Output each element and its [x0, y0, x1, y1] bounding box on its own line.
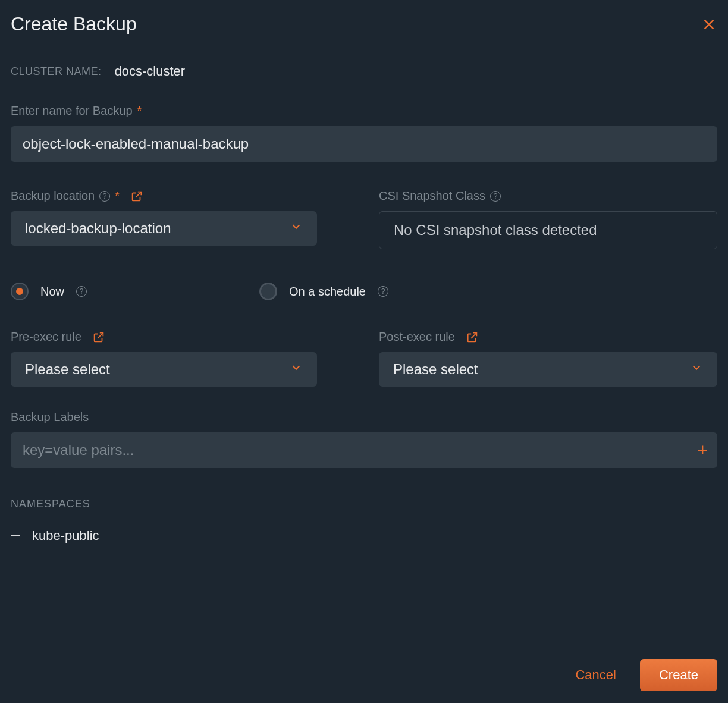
chevron-down-icon: [690, 361, 703, 378]
external-link-icon[interactable]: [466, 331, 479, 344]
backup-labels-label: Backup Labels: [11, 410, 717, 424]
pre-exec-select[interactable]: Please select: [11, 352, 317, 387]
help-icon[interactable]: ?: [76, 286, 87, 297]
radio-now[interactable]: Now ?: [11, 283, 87, 300]
namespace-item[interactable]: kube-public: [11, 528, 717, 544]
radio-button-selected: [11, 283, 29, 300]
post-exec-value: Please select: [393, 361, 478, 378]
chevron-down-icon: [290, 220, 303, 237]
csi-snapshot-label: CSI Snapshot Class ?: [379, 189, 717, 203]
help-icon[interactable]: ?: [99, 191, 110, 202]
required-asterisk: *: [137, 104, 142, 118]
radio-button-unselected: [259, 283, 277, 300]
external-link-icon[interactable]: [92, 331, 105, 344]
backup-name-label: Enter name for Backup*: [11, 104, 717, 118]
backup-labels-input[interactable]: [11, 432, 717, 468]
help-icon[interactable]: ?: [490, 191, 501, 202]
external-link-icon[interactable]: [130, 190, 143, 203]
cluster-name-value: docs-cluster: [115, 64, 186, 79]
backup-location-label: Backup location ?*: [11, 189, 349, 203]
cancel-button[interactable]: Cancel: [570, 660, 620, 690]
backup-location-value: locked-backup-location: [25, 220, 171, 237]
cluster-name-label: CLUSTER NAME:: [11, 65, 102, 78]
csi-snapshot-value: No CSI snapshot class detected: [379, 211, 717, 249]
backup-name-input[interactable]: [11, 126, 717, 162]
radio-schedule[interactable]: On a schedule ?: [259, 283, 388, 300]
create-button[interactable]: Create: [640, 659, 717, 691]
namespace-name: kube-public: [32, 528, 99, 544]
required-asterisk: *: [115, 189, 120, 203]
dash-icon: [11, 535, 20, 536]
close-icon: [702, 18, 716, 31]
chevron-down-icon: [290, 361, 303, 378]
help-icon[interactable]: ?: [378, 286, 388, 297]
backup-location-select[interactable]: locked-backup-location: [11, 211, 317, 246]
pre-exec-label: Pre-exec rule: [11, 330, 349, 344]
close-button[interactable]: [701, 16, 717, 33]
pre-exec-value: Please select: [25, 361, 110, 378]
post-exec-select[interactable]: Please select: [379, 352, 717, 387]
post-exec-label: Post-exec rule: [379, 330, 717, 344]
dialog-title: Create Backup: [11, 13, 137, 35]
add-label-button[interactable]: +: [697, 441, 708, 459]
namespaces-heading: NAMESPACES: [11, 498, 717, 510]
